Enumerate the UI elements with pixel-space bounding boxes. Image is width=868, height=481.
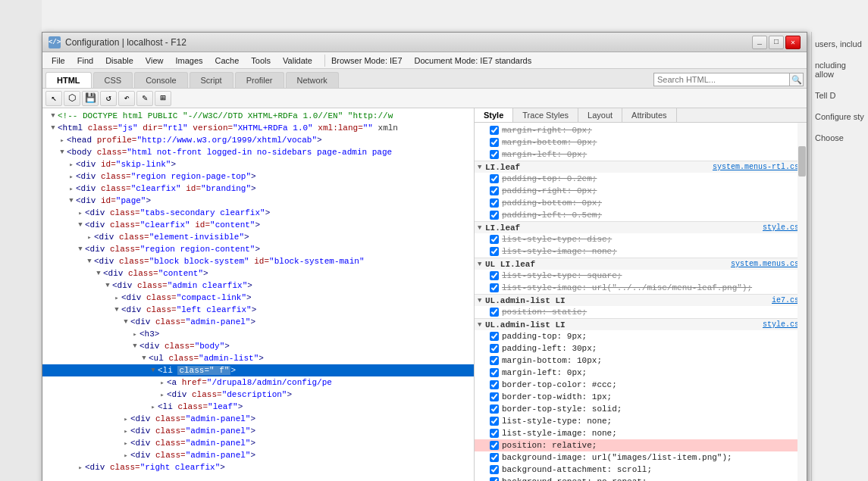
expand-triangle[interactable]: ▼ [478, 297, 485, 305]
expand-icon[interactable]: ▸ [112, 293, 121, 302]
css-prop-row[interactable]: list-style-image: url("../../misc/menu-l… [475, 282, 807, 294]
maximize-button[interactable]: □ [769, 36, 784, 49]
expand-icon[interactable]: ▼ [49, 123, 58, 133]
style-tab-layout[interactable]: Layout [578, 108, 622, 122]
css-checkbox[interactable] [490, 271, 499, 280]
tree-line[interactable]: ▸ <div class="region region-page-top"> [42, 170, 474, 183]
css-prop-row[interactable]: list-style-type: none; [475, 415, 807, 427]
expand-icon[interactable]: ▼ [85, 257, 94, 266]
tree-line[interactable]: ▸ <div class="admin-panel"> [42, 437, 474, 449]
tab-html[interactable]: HTML [45, 72, 92, 88]
css-checkbox[interactable] [490, 211, 499, 220]
expand-icon[interactable]: ▼ [103, 281, 112, 290]
css-prop-row[interactable]: border-top-style: solid; [475, 403, 807, 415]
expand-triangle[interactable]: ▼ [478, 321, 485, 329]
tree-line[interactable]: ▸ <div id="skip-link"> [42, 158, 474, 170]
tree-line[interactable]: ▼ <div class="admin clearfix"> [42, 280, 474, 292]
minimize-button[interactable]: _ [752, 36, 767, 49]
expand-icon[interactable]: ▼ [49, 111, 58, 120]
css-checkbox[interactable] [490, 332, 499, 341]
css-prop-row[interactable]: list-style-image: none; [475, 245, 807, 258]
css-source[interactable]: system.menus-rtl.css [713, 163, 804, 171]
tree-line[interactable]: ▸ <div class="admin-panel"> [42, 413, 474, 425]
expand-icon[interactable]: ▸ [67, 172, 76, 181]
tree-line[interactable]: ▼ <html class="js" dir="rtl" version="XH… [42, 122, 474, 134]
tree-line[interactable]: ▸ <div class="element-invisible"> [42, 231, 474, 243]
tree-line[interactable]: ▸ <div class="right clearfix"> [42, 461, 474, 473]
tree-line[interactable]: ▼ <div class="clearfix" id="content"> [42, 219, 474, 231]
expand-icon[interactable]: ▼ [121, 317, 130, 326]
css-checkbox[interactable] [490, 380, 499, 389]
css-checkbox[interactable] [490, 138, 499, 147]
css-checkbox[interactable] [490, 441, 499, 450]
expand-icon[interactable]: ▼ [112, 305, 121, 314]
expand-icon[interactable]: ▸ [76, 463, 85, 472]
style-content[interactable]: margin-right: 0px; margin-bottom: 0px; m… [475, 123, 807, 481]
css-prop-row[interactable]: padding-right: 0px; [475, 185, 807, 197]
css-prop-row[interactable]: margin-bottom: 10px; [475, 355, 807, 367]
tree-line[interactable]: ▼ <div class="block block-system" id="bl… [42, 255, 474, 267]
tab-console[interactable]: Console [134, 72, 187, 88]
tree-line[interactable]: ▼ <div class="content"> [42, 267, 474, 280]
expand-icon[interactable]: ▼ [149, 366, 158, 375]
expand-icon[interactable]: ▸ [58, 136, 67, 145]
css-prop-row[interactable]: padding-top: 0.2em; [475, 173, 807, 185]
inspect-tool[interactable]: ⬡ [64, 91, 80, 106]
menu-validate[interactable]: Validate [277, 55, 318, 67]
scrollbar-track[interactable] [797, 123, 807, 481]
close-button[interactable]: ✕ [785, 36, 801, 49]
expand-icon[interactable]: ▼ [76, 245, 85, 254]
css-checkbox[interactable] [490, 150, 499, 159]
css-prop-row[interactable]: border-top-color: #ccc; [475, 379, 807, 391]
css-checkbox[interactable] [490, 404, 499, 414]
css-prop-row[interactable]: padding-left: 30px; [475, 342, 807, 355]
tree-line[interactable]: ▼ <div class="region region-content"> [42, 243, 474, 255]
expand-icon[interactable]: ▼ [139, 354, 149, 363]
expand-icon[interactable]: ▸ [130, 330, 139, 339]
tree-line[interactable]: ▸ <div class="tabs-secondary clearfix"> [42, 207, 474, 219]
tree-line[interactable]: ▸ <a href="/drupal8/admin/config/pe [42, 376, 474, 389]
tab-network[interactable]: Network [286, 72, 339, 88]
tree-line[interactable]: ▸ <li class="leaf"> [42, 401, 474, 413]
css-prop-row[interactable]: padding-left: 0.5em; [475, 209, 807, 221]
css-checkbox[interactable] [490, 235, 499, 244]
tree-line[interactable]: ▼ <ul class="admin-list"> [42, 352, 474, 364]
tree-line[interactable]: ▸ <div class="compact-link"> [42, 292, 474, 304]
css-prop-row[interactable]: padding-top: 9px; [475, 330, 807, 342]
expand-icon[interactable]: ▸ [158, 390, 167, 399]
css-prop-row[interactable]: background-attachment: scroll; [475, 464, 807, 476]
css-prop-row[interactable]: margin-right: 0px; [475, 124, 807, 136]
dom-tree[interactable]: ▼ <!-- DOCTYPE html PUBLIC "-//W3C//DTD … [42, 108, 474, 481]
tree-line[interactable]: ▸ <div class="clearfix" id="branding"> [42, 183, 474, 195]
css-source[interactable]: system.menus.css [731, 260, 804, 268]
css-checkbox[interactable] [490, 186, 499, 195]
css-prop-row-highlighted[interactable]: position: relative; [475, 439, 807, 451]
css-checkbox[interactable] [490, 417, 499, 426]
css-checkbox[interactable] [490, 356, 499, 365]
menu-images[interactable]: Images [169, 55, 208, 67]
css-checkbox[interactable] [490, 368, 499, 377]
tab-profiler[interactable]: Profiler [235, 72, 284, 88]
tree-line[interactable]: ▼ <body class="html not-front logged-in … [42, 146, 474, 158]
expand-icon[interactable]: ▸ [67, 184, 76, 193]
menu-tools[interactable]: Tools [245, 55, 277, 67]
css-checkbox[interactable] [490, 392, 499, 401]
menu-file[interactable]: File [45, 55, 71, 67]
css-prop-row[interactable]: background-image: url("images/list-item.… [475, 451, 807, 464]
css-checkbox[interactable] [490, 283, 499, 292]
style-tab-trace[interactable]: Trace Styles [513, 108, 578, 122]
css-checkbox[interactable] [490, 198, 499, 208]
expand-icon[interactable]: ▼ [130, 342, 139, 351]
css-prop-row[interactable]: list-style-type: square; [475, 270, 807, 282]
css-checkbox[interactable] [490, 465, 499, 474]
expand-icon[interactable]: ▸ [149, 402, 158, 411]
pointer-tool[interactable]: ↖ [45, 91, 62, 106]
css-prop-row[interactable]: padding-bottom: 0px; [475, 197, 807, 209]
search-input[interactable] [653, 73, 790, 86]
tree-line[interactable]: ▸ <div class="admin-panel"> [42, 449, 474, 461]
css-checkbox[interactable] [490, 308, 499, 317]
tree-line-selected[interactable]: ▼ <li class=" f"> [42, 364, 474, 376]
tree-line[interactable]: ▼ <div class="body"> [42, 340, 474, 352]
scrollbar-thumb[interactable] [798, 146, 806, 176]
style-tab-style[interactable]: Style [475, 108, 513, 122]
